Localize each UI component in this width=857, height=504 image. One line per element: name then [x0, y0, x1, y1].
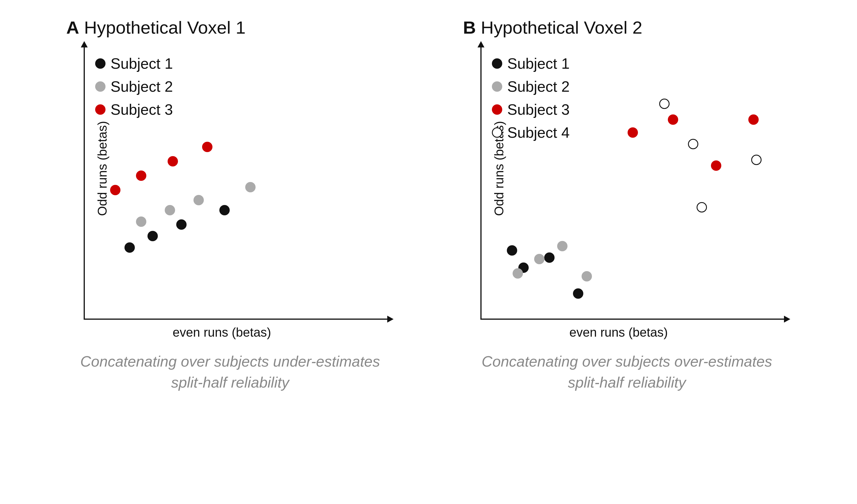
- dot-b-s3-4: [748, 114, 759, 125]
- dot-a-s3-1: [110, 185, 120, 195]
- panel-a-chart-area: Odd runs (betas) even runs (betas) Subje…: [58, 40, 403, 342]
- dot-b-s3-2: [668, 114, 678, 125]
- legend-dot-s3: [95, 104, 105, 115]
- legend-dot-s1: [95, 58, 105, 69]
- dot-a-s2-4: [245, 182, 256, 192]
- dot-b-s2-4: [582, 271, 592, 282]
- dot-a-s3-3: [168, 156, 178, 166]
- panel-b: B Hypothetical Voxel 2 Odd runs (betas) …: [440, 17, 814, 393]
- panel-a-caption: Concatenating over subjects under-estima…: [72, 351, 388, 393]
- dot-b-s2-2: [534, 254, 544, 264]
- panel-a-y-label: Odd runs (betas): [95, 121, 110, 216]
- panel-b-x-label: even runs (betas): [570, 325, 668, 339]
- dot-a-s3-2: [136, 170, 146, 181]
- panel-b-title: B Hypothetical Voxel 2: [463, 17, 642, 38]
- dot-b-s1-3: [544, 252, 555, 263]
- panel-b-legend: Subject 1 Subject 2 Subject 3 Subject 4: [492, 55, 570, 141]
- dot-b-s4-4: [751, 155, 761, 165]
- legend-b-item-s2: Subject 2: [492, 78, 570, 95]
- legend-b-item-s4: Subject 4: [492, 124, 570, 141]
- dot-b-s1-4: [573, 288, 583, 299]
- dot-b-s4-1: [659, 99, 670, 109]
- dot-a-s1-2: [148, 231, 158, 241]
- legend-label-s2: Subject 2: [111, 78, 173, 95]
- dot-b-s2-1: [512, 268, 523, 279]
- legend-b-label-s1: Subject 1: [507, 55, 570, 72]
- legend-b-item-s1: Subject 1: [492, 55, 570, 72]
- dot-a-s1-1: [124, 242, 135, 253]
- dot-b-s2-3: [557, 241, 568, 251]
- panel-b-caption: Concatenating over subjects over-estimat…: [469, 351, 785, 393]
- dot-b-s1-1: [507, 245, 517, 256]
- dot-b-s3-3: [711, 161, 721, 171]
- legend-item-s2: Subject 2: [95, 78, 173, 95]
- legend-b-dot-s2: [492, 81, 502, 92]
- legend-b-label-s4: Subject 4: [507, 124, 570, 141]
- legend-b-label-s3: Subject 3: [507, 101, 570, 118]
- panel-a: A Hypothetical Voxel 1 Odd runs (betas) …: [44, 17, 417, 393]
- panel-a-title: A Hypothetical Voxel 1: [66, 17, 246, 38]
- dot-b-s4-3: [696, 202, 707, 213]
- dot-a-s1-3: [176, 219, 187, 230]
- charts-row: A Hypothetical Voxel 1 Odd runs (betas) …: [17, 17, 840, 393]
- dot-a-s1-4: [219, 205, 230, 215]
- panel-a-y-axis: [84, 46, 85, 319]
- legend-b-item-s3: Subject 3: [492, 101, 570, 118]
- legend-b-dot-s3: [492, 104, 502, 115]
- legend-b-label-s2: Subject 2: [507, 78, 570, 95]
- dot-a-s3-4: [202, 142, 213, 152]
- panel-b-x-axis: [481, 319, 785, 320]
- legend-label-s1: Subject 1: [111, 55, 173, 72]
- dot-a-s2-1: [136, 217, 146, 227]
- panel-a-legend: Subject 1 Subject 2 Subject 3: [95, 55, 173, 118]
- dot-b-s4-2: [688, 139, 698, 149]
- legend-item-s3: Subject 3: [95, 101, 173, 118]
- panel-a-x-axis: [84, 319, 388, 320]
- legend-b-dot-s4: [492, 128, 502, 138]
- panel-b-chart-area: Odd runs (betas) even runs (betas) Subje…: [455, 40, 800, 342]
- panel-b-y-axis: [481, 46, 482, 319]
- legend-dot-s2: [95, 81, 105, 92]
- dot-a-s2-3: [194, 195, 204, 205]
- panel-a-x-label: even runs (betas): [173, 325, 271, 339]
- legend-item-s1: Subject 1: [95, 55, 173, 72]
- legend-label-s3: Subject 3: [111, 101, 173, 118]
- dot-b-s3-1: [627, 128, 638, 138]
- dot-a-s2-2: [165, 205, 175, 215]
- legend-b-dot-s1: [492, 58, 502, 69]
